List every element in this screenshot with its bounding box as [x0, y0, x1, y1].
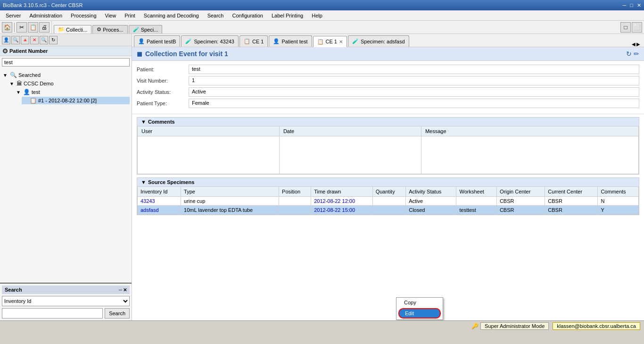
- menu-label-printing[interactable]: Label Printing: [268, 12, 307, 19]
- comments-section: ▼ Comments User Date Message: [137, 117, 639, 175]
- tab-ce1-close[interactable]: ✕: [339, 39, 343, 44]
- menu-processing[interactable]: Processing: [67, 12, 100, 19]
- menu-search[interactable]: Search: [204, 12, 228, 19]
- delete-btn[interactable]: ✕: [30, 36, 39, 44]
- left-tab-proces[interactable]: ⚙ Proces...: [92, 25, 127, 34]
- main-tab-bar: 👤 Patient testB 🧪 Specimen: 43243 📋 CE 1…: [132, 34, 644, 47]
- nav-btn[interactable]: 🔺: [21, 36, 29, 44]
- specimen-1-current: CBSR: [545, 206, 598, 215]
- patient-number-input[interactable]: [2, 58, 130, 67]
- search-text-input[interactable]: [2, 308, 103, 319]
- menu-scanning[interactable]: Scanning and Decoding: [140, 12, 203, 19]
- minimize-left-btn[interactable]: □: [620, 22, 631, 33]
- patient-tree-icon: 👤: [23, 89, 30, 95]
- close-btn[interactable]: ✕: [637, 2, 641, 8]
- specimen-row-1[interactable]: adsfasd 10mL lavender top EDTA tube 2012…: [138, 206, 639, 215]
- window-controls[interactable]: ─ □ ✕: [623, 2, 641, 8]
- specimens-header[interactable]: ▼ Source Specimens: [137, 178, 639, 186]
- col-current-center: Current Center: [545, 187, 598, 197]
- toolbar-btn-3[interactable]: 📋: [28, 22, 38, 33]
- activity-status-row: Activity Status: Active: [137, 87, 639, 97]
- speci-icon: 🧪: [133, 26, 140, 33]
- specimen-row-0[interactable]: 43243 urine cup 2012-08-22 12:00 Active …: [138, 197, 639, 206]
- content-title-text: Collection Event for visit 1: [145, 50, 228, 58]
- form-section: Patient: test Visit Number: 1 Activity S…: [132, 61, 644, 114]
- toolbar-btn-2[interactable]: ✂: [17, 22, 27, 33]
- specimen-0-comments: N: [598, 197, 639, 206]
- search-patient-btn[interactable]: 🔍: [11, 36, 20, 44]
- admin-mode-badge: Super Administrator Mode: [480, 322, 549, 330]
- menu-view[interactable]: View: [101, 12, 120, 19]
- collection-event-icon: ◼: [137, 50, 142, 58]
- search-panel-close[interactable]: ✕: [123, 287, 127, 293]
- patient-testb-icon: 👤: [138, 38, 145, 44]
- tab-ce1-first[interactable]: 📋 CE 1: [239, 35, 268, 47]
- context-menu: Copy Edit: [396, 297, 443, 320]
- specimen-1-status: Closed: [406, 206, 456, 215]
- menu-server[interactable]: Server: [2, 12, 25, 19]
- patient-test-icon: 👤: [273, 38, 280, 44]
- tab-specimen-43243[interactable]: 🧪 Specimen: 43243: [181, 35, 239, 47]
- comments-expand-icon: ▼: [141, 119, 146, 125]
- patient-number-label: Patient Number: [9, 48, 48, 54]
- specimen-1-quantity: [372, 206, 406, 215]
- tab-scroll-right[interactable]: ▶: [636, 42, 640, 47]
- tab-patient-testb[interactable]: 👤 Patient testB: [134, 35, 180, 47]
- context-menu-copy[interactable]: Copy: [396, 298, 443, 307]
- tab-ce1-active[interactable]: 📋 CE 1 ✕: [313, 36, 347, 47]
- toolbar-btn-4[interactable]: 🖨: [39, 22, 50, 33]
- search-button[interactable]: Search: [105, 308, 130, 319]
- left-tab-collecti[interactable]: 📁 Collecti...: [54, 25, 91, 34]
- col-quantity: Quantity: [372, 187, 406, 197]
- content-header: ◼ Collection Event for visit 1 ↻ ✏: [132, 47, 644, 61]
- context-menu-edit[interactable]: Edit: [398, 308, 441, 319]
- menu-administration[interactable]: Administration: [25, 12, 66, 19]
- tree-node-searched: ▼ 🔍 Searched ▼ 🏛 CCSC Demo: [2, 70, 130, 108]
- menu-help[interactable]: Help: [308, 12, 326, 19]
- search-panel-minimize[interactable]: ─: [119, 287, 122, 293]
- specimen-1-id: adsfasd: [138, 206, 181, 215]
- add-patient-btn[interactable]: 👤: [2, 36, 10, 44]
- test-label: test: [32, 89, 40, 95]
- specimen-0-current: CBSR: [545, 197, 598, 206]
- col-inventory-id: Inventory Id: [138, 187, 181, 197]
- edit-content-btn[interactable]: ✏: [634, 50, 639, 58]
- specimen-1-origin: CBSR: [496, 206, 545, 215]
- refresh-btn[interactable]: ↻: [49, 36, 58, 44]
- comments-title: Comments: [148, 119, 175, 125]
- activity-status-label: Activity Status:: [137, 89, 189, 95]
- title-bar: BioBank 3.10.5.rc3 - Center CBSR ─ □ ✕: [0, 0, 644, 10]
- visit-number-row: Visit Number: 1: [137, 76, 639, 85]
- minimize-btn[interactable]: ─: [623, 2, 627, 8]
- maximize-left-btn[interactable]: ⬜: [632, 22, 642, 33]
- patient-type-label: Patient Type:: [137, 101, 189, 106]
- specimen-43243-icon: 🧪: [185, 38, 192, 44]
- specimen-0-origin: CBSR: [496, 197, 545, 206]
- left-tab-speci[interactable]: 🧪 Speci...: [129, 25, 163, 34]
- patient-number-header: Patient Number: [0, 46, 132, 56]
- user-email-badge: klassen@biobank.cbsr.ualberta.ca: [553, 322, 640, 330]
- ce1-active-icon: 📋: [317, 39, 324, 45]
- comments-empty-row: [138, 136, 639, 174]
- maximize-btn[interactable]: □: [630, 2, 633, 8]
- comments-header[interactable]: ▼ Comments: [137, 117, 639, 126]
- app-title: BioBank 3.10.5.rc3 - Center CBSR: [3, 2, 83, 8]
- specimens-title: Source Specimens: [148, 179, 194, 185]
- admin-mode-indicator: 🔑 Super Administrator Mode: [471, 322, 549, 330]
- refresh-content-btn[interactable]: ↻: [626, 50, 632, 58]
- tab-specimen-adsfasd[interactable]: 🧪 Specimen: adsfasd: [348, 35, 409, 47]
- ce-tree-icon: 📋: [30, 97, 37, 104]
- zoom-btn[interactable]: 🔍: [40, 36, 48, 44]
- patient-label: Patient:: [137, 67, 189, 72]
- key-icon: 🔑: [471, 323, 479, 329]
- tab-patient-test[interactable]: 👤 Patient test: [269, 35, 312, 47]
- specimen-1-comments: Y: [598, 206, 639, 215]
- menu-print[interactable]: Print: [121, 12, 139, 19]
- visit-number-value: 1: [189, 76, 639, 85]
- search-tree-icon: 🔍: [10, 72, 17, 78]
- tab-scroll-left[interactable]: ◀: [632, 42, 636, 47]
- specimens-section: ▼ Source Specimens Inventory Id Type Pos…: [137, 177, 639, 215]
- menu-configuration[interactable]: Configuration: [228, 12, 266, 19]
- toolbar-btn-1[interactable]: 🏠: [2, 22, 12, 33]
- search-dropdown[interactable]: Inventory IdPatientSpecimen Type: [2, 296, 130, 306]
